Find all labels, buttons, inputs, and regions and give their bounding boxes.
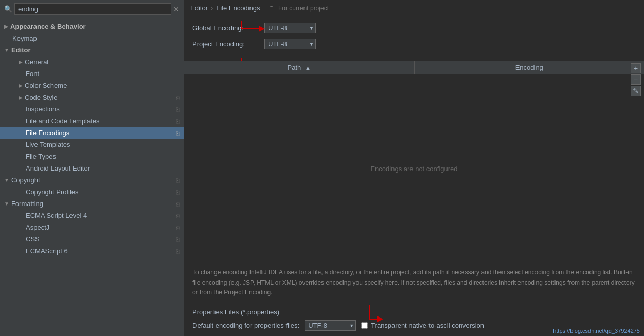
global-encoding-row: Global Encoding: UTF-8 UTF-16 ISO-8859-1… <box>192 23 636 33</box>
table-actions: + − ✎ <box>630 61 642 98</box>
transparent-label-text: Transparent native-to-ascii conversion <box>371 322 484 329</box>
breadcrumb: Editor › File Encodings 🗒 For current pr… <box>184 0 644 16</box>
sidebar-item-ecmascript6[interactable]: ECMAScript 6 ⎘ <box>0 245 184 257</box>
clear-search-icon[interactable]: ✕ <box>173 5 180 13</box>
sidebar-item-label: AspectJ <box>19 223 49 231</box>
sidebar-item-editor[interactable]: ▼ Editor <box>0 44 184 56</box>
project-encoding-label: Project Encoding: <box>192 40 264 48</box>
sidebar-item-label: Copyright <box>11 176 40 184</box>
sidebar-item-colorscheme[interactable]: ▶ Color Scheme <box>0 80 184 91</box>
sidebar-item-label: ECMA Script Level 4 <box>19 212 87 219</box>
sidebar-item-aspectj[interactable]: AspectJ ⎘ <box>0 221 184 233</box>
sidebar-item-css[interactable]: CSS ⎘ <box>0 233 184 245</box>
copy-icon: ⎘ <box>176 177 180 183</box>
breadcrumb-separator: › <box>211 4 213 12</box>
search-bar: 🔍 ✕ <box>0 0 184 18</box>
sidebar-item-label: Color Scheme <box>25 82 67 89</box>
sidebar-item-label: General <box>25 58 48 66</box>
remove-encoding-button[interactable]: − <box>631 74 641 85</box>
triangle-icon: ▶ <box>19 83 23 88</box>
edit-encoding-button[interactable]: ✎ <box>631 86 641 96</box>
sidebar-item-copyright[interactable]: ▼ Copyright ⎘ <box>0 174 184 186</box>
sidebar-item-label: Editor <box>11 46 31 54</box>
triangle-open-icon: ▼ <box>4 177 9 183</box>
sidebar-item-ecmascript4[interactable]: ECMA Script Level 4 ⎘ <box>0 210 184 221</box>
sidebar-item-androidlayout[interactable]: Android Layout Editor <box>0 162 184 174</box>
sidebar-item-filetypes[interactable]: File Types <box>0 151 184 162</box>
sidebar-item-label: Android Layout Editor <box>19 164 90 172</box>
copy-icon: ⎘ <box>176 236 180 242</box>
sidebar-item-label: File and Code Templates <box>19 117 100 125</box>
sidebar-item-codestyle[interactable]: ▶ Code Style ⎘ <box>0 91 184 103</box>
copy-icon: ⎘ <box>176 213 180 219</box>
sidebar-item-font[interactable]: Font <box>0 68 184 80</box>
copy-icon: ⎘ <box>176 130 180 136</box>
triangle-icon: ▶ <box>19 95 23 100</box>
copy-icon: ⎘ <box>176 189 180 195</box>
copy-icon: ⎘ <box>176 225 180 231</box>
empty-message: Encodings are not configured <box>370 165 457 173</box>
properties-title: Properties Files (*.properties) <box>192 308 636 316</box>
breadcrumb-parent: Editor <box>190 4 208 12</box>
page-icon: 🗒 <box>269 5 275 12</box>
project-encoding-select[interactable]: UTF-8 UTF-16 ISO-8859-1 US-ASCII <box>264 39 316 49</box>
sidebar-item-appearance[interactable]: ▶ Appearance & Behavior <box>0 21 184 32</box>
triangle-icon: ▶ <box>19 59 23 65</box>
properties-encoding-select-wrapper: UTF-8 UTF-16 ISO-8859-1 US-ASCII <box>305 320 356 331</box>
sidebar-item-livetemplates[interactable]: Live Templates <box>0 139 184 151</box>
sidebar-item-filecodetemplates[interactable]: File and Code Templates ⎘ <box>0 115 184 127</box>
table-col-path-header[interactable]: Path ▲ <box>184 61 415 74</box>
triangle-open-icon: ▼ <box>4 201 9 207</box>
table-col-encoding-header[interactable]: Encoding <box>415 61 645 74</box>
search-icon: 🔍 <box>4 5 12 13</box>
global-encoding-select-wrapper: UTF-8 UTF-16 ISO-8859-1 US-ASCII <box>264 23 316 33</box>
sidebar-item-copyrightprofiles[interactable]: Copyright Profiles ⎘ <box>0 186 184 198</box>
properties-encoding-select[interactable]: UTF-8 UTF-16 ISO-8859-1 US-ASCII <box>305 320 356 331</box>
triangle-open-icon: ▼ <box>4 47 9 53</box>
red-arrow-global <box>239 18 270 34</box>
copy-icon: ⎘ <box>176 95 180 101</box>
breadcrumb-current: File Encodings <box>216 4 260 12</box>
sidebar-item-formatting[interactable]: ▼ Formatting ⎘ <box>0 198 184 210</box>
sidebar-item-label: Live Templates <box>19 141 70 148</box>
default-encoding-label: Default encoding for properties files: <box>192 322 299 329</box>
encoding-settings: Global Encoding: UTF-8 UTF-16 ISO-8859-1… <box>184 16 644 61</box>
sidebar-item-fileencodings[interactable]: File Encodings ⎘ <box>0 127 184 139</box>
sidebar-item-label: Copyright Profiles <box>19 188 79 196</box>
sidebar-item-label: Inspections <box>19 105 60 113</box>
sidebar-item-general[interactable]: ▶ General <box>0 56 184 68</box>
sort-icon: ▲ <box>305 65 311 71</box>
sidebar-item-label: Code Style <box>25 94 58 101</box>
sidebar-item-label: Formatting <box>11 200 43 208</box>
sidebar-item-label: Font <box>19 70 39 78</box>
table-header: Path ▲ Encoding <box>184 61 644 74</box>
for-current-project-link[interactable]: 🗒 For current project <box>269 5 329 12</box>
red-arrow-properties <box>352 305 388 325</box>
search-input[interactable] <box>14 3 171 15</box>
sidebar-item-label: CSS <box>19 235 40 243</box>
copy-icon: ⎘ <box>176 248 180 254</box>
sidebar-item-label: File Types <box>19 153 56 160</box>
copy-icon: ⎘ <box>176 118 180 124</box>
copy-icon: ⎘ <box>176 106 180 113</box>
project-encoding-select-wrapper: UTF-8 UTF-16 ISO-8859-1 US-ASCII <box>264 39 316 49</box>
add-encoding-button[interactable]: + <box>631 63 641 73</box>
global-encoding-select[interactable]: UTF-8 UTF-16 ISO-8859-1 US-ASCII <box>264 23 316 33</box>
bottom-link[interactable]: https://blog.csdn.net/qq_37924275 <box>553 328 640 334</box>
sidebar-item-label: Appearance & Behavior <box>10 23 86 30</box>
sidebar: 🔍 ✕ ▶ Appearance & Behavior Keymap ▼ Edi… <box>0 0 184 336</box>
sidebar-item-label: File Encodings <box>19 129 69 137</box>
content-area: Editor › File Encodings 🗒 For current pr… <box>184 0 644 336</box>
project-encoding-row: Project Encoding: UTF-8 UTF-16 ISO-8859-… <box>192 39 636 49</box>
triangle-icon: ▶ <box>4 24 8 29</box>
info-text: To change encoding IntelliJ IDEA uses fo… <box>192 269 635 295</box>
sidebar-item-label: Keymap <box>12 34 37 42</box>
copy-icon: ⎘ <box>176 201 180 207</box>
sidebar-item-label: ECMAScript 6 <box>19 247 68 255</box>
properties-section: Properties Files (*.properties) Default … <box>184 303 644 336</box>
table-body: Encodings are not configured <box>184 74 644 263</box>
info-section: To change encoding IntelliJ IDEA uses fo… <box>184 263 644 303</box>
sidebar-item-inspections[interactable]: Inspections ⎘ <box>0 103 184 115</box>
sidebar-list: ▶ Appearance & Behavior Keymap ▼ Editor … <box>0 18 184 336</box>
sidebar-item-keymap[interactable]: Keymap <box>0 32 184 44</box>
